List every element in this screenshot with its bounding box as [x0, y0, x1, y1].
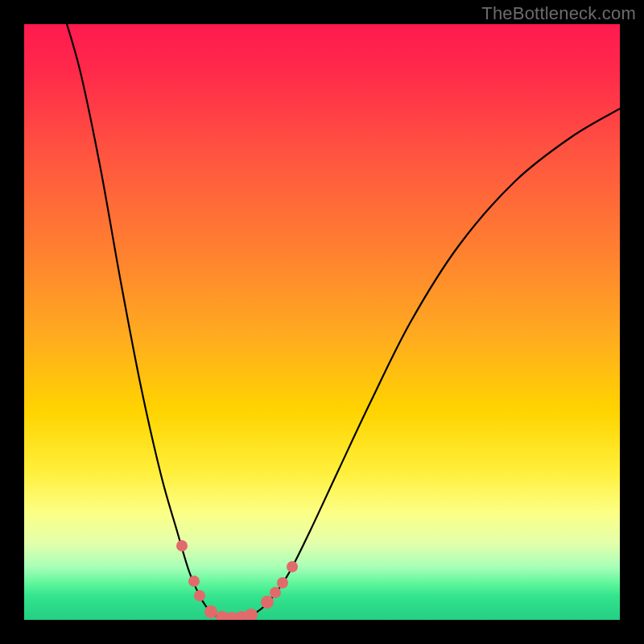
chart-frame: TheBottleneck.com — [0, 0, 644, 644]
plot-area — [24, 24, 620, 620]
heat-gradient-background — [24, 24, 620, 620]
watermark-text: TheBottleneck.com — [481, 3, 636, 24]
